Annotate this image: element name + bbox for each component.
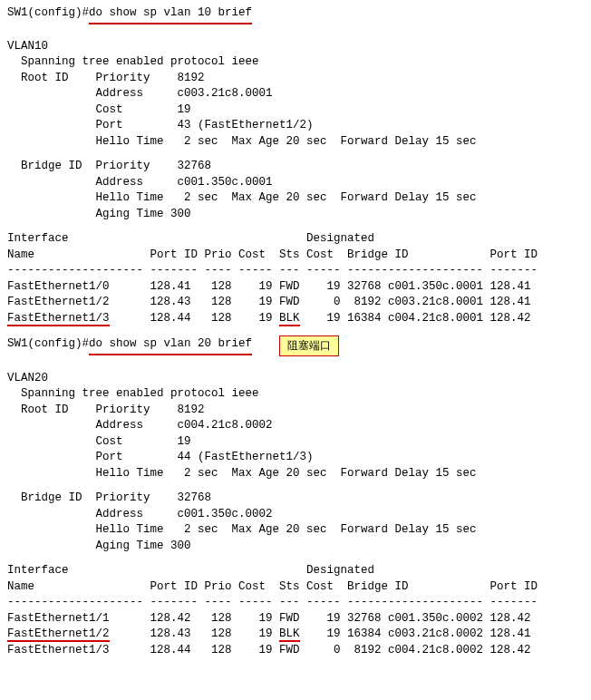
bridge-timers: Hello Time 2 sec Max Age 20 sec Forward …: [7, 190, 584, 207]
vlan10-title: VLAN10: [7, 39, 584, 55]
table-row: FastEthernet1/2 128.43 128 19 FWD 0 8192…: [7, 295, 584, 311]
callout-blocked-port: 阻塞端口: [279, 335, 339, 356]
interface-name-highlight: FastEthernet1/2: [7, 627, 110, 642]
status-blk-highlight: BLK: [279, 627, 300, 642]
root-address: Address c004.21c8.0002: [7, 418, 584, 434]
root-priority: Root ID Priority 8192: [7, 71, 584, 87]
table-header-1: Interface Designated: [7, 231, 584, 248]
vlan10-output: VLAN10 Spanning tree enabled protocol ie…: [7, 39, 584, 327]
root-cost: Cost 19: [7, 434, 584, 451]
vlan20-proto: Spanning tree enabled protocol ieee: [7, 386, 584, 403]
cli-command-1: do show sp vlan 10 brief: [89, 5, 252, 24]
bridge-aging: Aging Time 300: [7, 207, 584, 223]
status-blk-highlight: BLK: [279, 312, 300, 326]
root-port: Port 44 (FastEthernet1/3): [7, 450, 584, 466]
bridge-aging: Aging Time 300: [7, 539, 584, 555]
table-header-2: Name Port ID Prio Cost Sts Cost Bridge I…: [7, 579, 584, 596]
bridge-address: Address c001.350c.0001: [7, 175, 584, 191]
vlan20-output: VLAN20 Spanning tree enabled protocol ie…: [7, 371, 584, 659]
table-dash: -------------------- ------- ---- ----- …: [7, 263, 584, 279]
table-row: FastEthernet1/3 128.44 128 19 FWD 0 8192…: [7, 643, 584, 659]
vlan20-title: VLAN20: [7, 371, 584, 387]
bridge-timers: Hello Time 2 sec Max Age 20 sec Forward …: [7, 522, 584, 539]
cli-command-2: do show sp vlan 20 brief: [89, 336, 252, 355]
table-row: FastEthernet1/3 128.44 128 19 BLK 19 163…: [7, 311, 584, 327]
prompt-text: SW1(config)#: [7, 337, 89, 350]
table-row: FastEthernet1/1 128.42 128 19 FWD 19 327…: [7, 611, 584, 627]
table-dash: -------------------- ------- ---- ----- …: [7, 595, 584, 611]
bridge-priority: Bridge ID Priority 32768: [7, 491, 584, 507]
table-header-1: Interface Designated: [7, 563, 584, 579]
prompt-text: SW1(config)#: [7, 6, 89, 19]
root-timers: Hello Time 2 sec Max Age 20 sec Forward …: [7, 466, 584, 482]
root-cost: Cost 19: [7, 102, 584, 119]
root-port: Port 43 (FastEthernet1/2): [7, 118, 584, 134]
interface-name-highlight: FastEthernet1/3: [7, 312, 110, 326]
table-header-2: Name Port ID Prio Cost Sts Cost Bridge I…: [7, 248, 584, 264]
root-address: Address c003.21c8.0001: [7, 86, 584, 102]
vlan10-proto: Spanning tree enabled protocol ieee: [7, 54, 584, 71]
bridge-address: Address c001.350c.0002: [7, 507, 584, 523]
bridge-priority: Bridge ID Priority 32768: [7, 159, 584, 175]
cli-prompt-2: SW1(config)#do show sp vlan 20 brief: [7, 336, 252, 355]
table-row: FastEthernet1/0 128.41 128 19 FWD 19 327…: [7, 279, 584, 296]
table-row: FastEthernet1/2 128.43 128 19 BLK 19 163…: [7, 627, 584, 643]
root-timers: Hello Time 2 sec Max Age 20 sec Forward …: [7, 134, 584, 151]
cli-prompt-1: SW1(config)#do show sp vlan 10 brief: [7, 5, 584, 24]
root-priority: Root ID Priority 8192: [7, 403, 584, 419]
